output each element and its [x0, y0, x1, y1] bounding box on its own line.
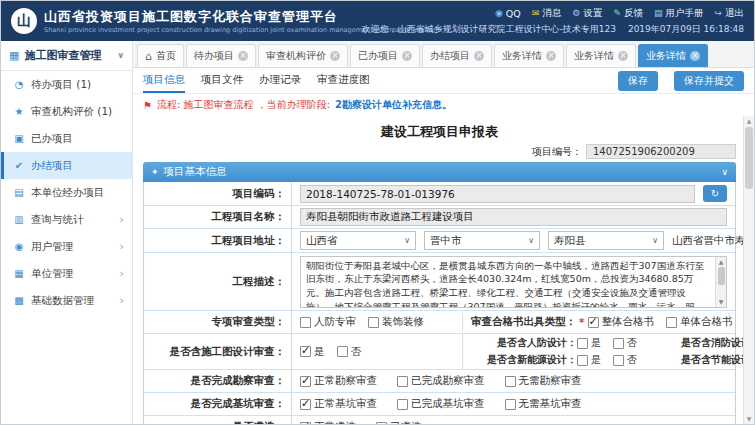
- checkbox-icon[interactable]: [505, 376, 516, 387]
- checkbox-icon[interactable]: [397, 399, 408, 410]
- sidebar-item-label: 用户管理: [31, 240, 73, 254]
- close-icon[interactable]: ×: [330, 51, 340, 61]
- checkbox-icon[interactable]: [613, 355, 624, 366]
- checkbox-icon[interactable]: [337, 346, 348, 357]
- chevron-collapse-icon[interactable]: ∨: [721, 167, 728, 177]
- tab-home[interactable]: ⌂ 首页: [137, 44, 184, 67]
- checkbox-icon[interactable]: [300, 422, 311, 425]
- checkbox-whole-certificate[interactable]: 整体合格书: [588, 315, 655, 329]
- checkbox-no[interactable]: 否: [337, 345, 362, 359]
- sidebar-item-handled-projects[interactable]: ▣ 已办项目: [1, 125, 132, 152]
- flow-stage-link[interactable]: 2勘察设计单位补充信息。: [335, 98, 452, 112]
- subtab-process-records[interactable]: 办理记录: [259, 68, 301, 93]
- checkbox-no[interactable]: 否: [613, 353, 637, 367]
- save-submit-button[interactable]: 保存并提交: [674, 71, 744, 91]
- project-code-input[interactable]: [300, 185, 695, 203]
- checkbox-decoration[interactable]: 装饰装修: [368, 315, 424, 329]
- description-scrollbar[interactable]: ▲ ▼: [715, 257, 726, 307]
- design-review-grid: 是否含人防设计： 是 否 是否含消防设计： 是 否: [471, 336, 754, 367]
- close-icon[interactable]: ×: [402, 51, 412, 61]
- checkbox-single-certificate[interactable]: 单体合格书: [666, 315, 733, 329]
- description-textarea[interactable]: 朝阳街位于寿阳县老城中心区，是横贯县城东西方向的一条中轴线，道路西起于307国道…: [300, 256, 727, 308]
- checkbox-icon[interactable]: [577, 338, 588, 349]
- book-icon: ▤: [654, 8, 663, 18]
- scrollbar-thumb[interactable]: [718, 267, 725, 285]
- checkbox-icon[interactable]: [666, 317, 677, 328]
- scroll-up-icon[interactable]: ▲: [747, 116, 752, 126]
- scroll-down-icon[interactable]: ▼: [747, 414, 752, 424]
- tab-label: 首页: [156, 49, 176, 63]
- checkbox-completed-pit[interactable]: 已完成基坑审查: [397, 397, 485, 411]
- logout-link[interactable]: ↪退出: [714, 7, 744, 20]
- checkbox-yes[interactable]: 是: [300, 345, 325, 359]
- checkbox-civil-defense[interactable]: 人防专审: [300, 315, 356, 329]
- user-icon: ◉: [13, 241, 25, 252]
- feedback-link[interactable]: ✎反馈: [613, 7, 643, 20]
- checkbox-normal-survey[interactable]: 正常勘察审查: [300, 374, 377, 388]
- sidebar-item-closed-projects[interactable]: ✔ 办结项目: [1, 152, 132, 179]
- section-header-basic-info[interactable]: ✦ 项目基本信息 ∨: [143, 162, 736, 182]
- tab-closed-projects[interactable]: 办结项目 ×: [422, 44, 492, 67]
- close-icon[interactable]: ×: [546, 51, 556, 61]
- user-manual-link[interactable]: ▤用户手册: [654, 7, 704, 20]
- checkbox-normal-pit[interactable]: 正常基坑审查: [300, 397, 377, 411]
- save-button[interactable]: 保存: [618, 71, 658, 91]
- sidebar-item-unit-projects[interactable]: ▤ 本单位经办项目: [1, 179, 132, 206]
- sidebar-item-query-statistics[interactable]: ▥ 查询与统计 ›: [1, 206, 132, 233]
- project-code-action-button[interactable]: ↻: [703, 185, 727, 202]
- scroll-up-icon[interactable]: ▲: [719, 258, 724, 266]
- qq-link[interactable]: ◉QQ: [495, 7, 521, 20]
- row-special-review-type: 专项审查类型： 人防专审 装饰装修 审查合格书出具类型： * 整体合格书 单体合…: [144, 310, 735, 333]
- checkbox-icon[interactable]: [613, 338, 624, 349]
- checkbox-yes[interactable]: 是: [577, 353, 601, 367]
- checkbox-icon[interactable]: [588, 317, 599, 328]
- tab-business-detail-1[interactable]: 业务详情 ×: [494, 44, 564, 67]
- form-title: 建设工程项目申报表: [143, 120, 736, 143]
- checkbox-label: 是: [591, 336, 601, 350]
- checkbox-icon[interactable]: [300, 346, 311, 357]
- messages-link[interactable]: ✉消息: [532, 7, 562, 20]
- tab-business-detail-2[interactable]: 业务详情 ×: [566, 44, 636, 67]
- checkbox-icon[interactable]: [300, 399, 311, 410]
- sidebar-item-user-management[interactable]: ◉ 用户管理 ›: [1, 233, 132, 260]
- checkbox-icon[interactable]: [376, 422, 387, 425]
- checkbox-no-pit-needed[interactable]: 无需基坑审查: [505, 397, 582, 411]
- checkbox-already-selected[interactable]: 已遴选: [376, 420, 422, 424]
- close-icon[interactable]: ×: [238, 51, 248, 61]
- tab-business-detail-3[interactable]: 业务详情 ×: [638, 44, 708, 67]
- close-icon[interactable]: ×: [690, 51, 700, 61]
- scroll-down-icon[interactable]: ▼: [719, 298, 724, 306]
- checkbox-completed-survey[interactable]: 已完成勘察审查: [397, 374, 485, 388]
- checkbox-icon[interactable]: [300, 376, 311, 387]
- checkbox-normal-selection[interactable]: 正常遴选: [300, 420, 356, 424]
- checkbox-icon[interactable]: [397, 376, 408, 387]
- scrollbar-thumb[interactable]: [745, 127, 753, 189]
- sidebar-item-agency-evaluation[interactable]: ★ 审查机构评价 (1): [1, 98, 132, 125]
- subtab-project-files[interactable]: 项目文件: [201, 68, 243, 93]
- sidebar-item-todo-projects[interactable]: ◔ 待办项目 (1): [1, 71, 132, 98]
- tab-agency-evaluation[interactable]: 审查机构评价 ×: [258, 44, 348, 67]
- county-select[interactable]: 寿阳县∨: [548, 231, 664, 250]
- checkbox-icon[interactable]: [300, 317, 311, 328]
- tab-handled-projects[interactable]: 已办项目 ×: [350, 44, 420, 67]
- subtab-project-info[interactable]: 项目信息: [143, 68, 185, 93]
- sidebar-item-base-data-management[interactable]: ▩ 基础数据管理 ›: [1, 287, 132, 314]
- sidebar-header[interactable]: ▦ 施工图审查管理 ∨: [1, 41, 132, 71]
- checkbox-icon[interactable]: [505, 399, 516, 410]
- checkbox-no-survey-needed[interactable]: 无需勘察审查: [505, 374, 582, 388]
- row-project-description: 工程描述： 朝阳街位于寿阳县老城中心区，是横贯县城东西方向的一条中轴线，道路西起…: [144, 252, 735, 310]
- settings-link[interactable]: ⚙设置: [572, 7, 602, 20]
- project-name-input[interactable]: [300, 208, 727, 226]
- city-select[interactable]: 晋中市∨: [424, 231, 540, 250]
- province-select[interactable]: 山西省∨: [300, 231, 416, 250]
- sidebar-item-unit-management[interactable]: ▦ 单位管理 ›: [1, 260, 132, 287]
- close-icon[interactable]: ×: [474, 51, 484, 61]
- checkbox-icon[interactable]: [368, 317, 379, 328]
- checkbox-no[interactable]: 否: [613, 336, 637, 350]
- checkbox-icon[interactable]: [577, 355, 588, 366]
- close-icon[interactable]: ×: [618, 51, 628, 61]
- checkbox-yes[interactable]: 是: [577, 336, 601, 350]
- subtab-review-progress[interactable]: 审查进度图: [317, 68, 370, 93]
- content-scrollbar[interactable]: ▲ ▼: [743, 116, 754, 424]
- tab-todo-projects[interactable]: 待办项目 ×: [186, 44, 256, 67]
